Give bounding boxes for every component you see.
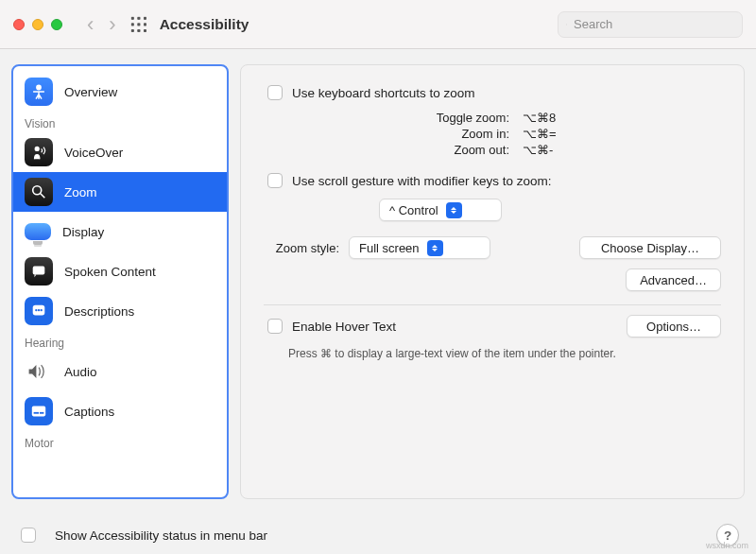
search-input[interactable] — [572, 16, 734, 32]
sidebar-item-label: Spoken Content — [64, 265, 156, 279]
hover-text-row: Enable Hover Text Options… — [264, 315, 721, 338]
sidebar-item-label: Display — [62, 225, 104, 239]
scroll-gesture-label: Use scroll gesture with modifier keys to… — [292, 174, 552, 188]
search-icon — [566, 18, 567, 31]
sidebar-item-spoken-content[interactable]: Spoken Content — [13, 251, 227, 291]
shortcut-keys: ⌥⌘- — [523, 143, 579, 157]
svg-point-0 — [566, 24, 567, 25]
shortcut-keys: ⌥⌘= — [523, 127, 579, 141]
sidebar-item-label: Captions — [64, 405, 114, 419]
sidebar-item-label: VoiceOver — [64, 146, 123, 160]
display-icon — [25, 223, 51, 240]
sidebar-item-descriptions[interactable]: Descriptions — [13, 291, 227, 331]
svg-point-2 — [37, 85, 41, 89]
back-button[interactable]: ‹ — [79, 12, 101, 37]
search-field-container[interactable] — [558, 11, 743, 38]
category-sidebar[interactable]: Overview Vision VoiceOver Zoom Display S… — [11, 64, 229, 499]
audio-icon — [25, 357, 53, 386]
zoom-style-value: Full screen — [359, 241, 420, 255]
descriptions-icon — [25, 297, 53, 325]
modifier-key-select[interactable]: ^ Control — [379, 199, 502, 221]
shortcut-keys: ⌥⌘8 — [523, 111, 579, 125]
settings-pane: Use keyboard shortcuts to zoom Toggle zo… — [240, 64, 745, 499]
chevron-updown-icon — [427, 240, 443, 256]
window-footer: Show Accessibility status in menu bar ? — [17, 524, 739, 546]
maximize-window-button[interactable] — [51, 19, 62, 30]
kb-shortcuts-label: Use keyboard shortcuts to zoom — [292, 86, 475, 100]
sidebar-item-label: Descriptions — [64, 304, 134, 319]
shortcut-name: Toggle zoom: — [405, 111, 509, 125]
svg-point-3 — [35, 147, 39, 150]
shortcut-name: Zoom in: — [405, 127, 509, 141]
sidebar-item-label: Zoom — [64, 185, 97, 199]
voiceover-icon — [25, 138, 53, 166]
sidebar-item-audio[interactable]: Audio — [13, 352, 227, 391]
window-controls — [13, 19, 62, 30]
hover-options-button[interactable]: Options… — [627, 315, 721, 338]
svg-rect-13 — [40, 412, 44, 414]
svg-rect-6 — [33, 267, 45, 275]
choose-display-button[interactable]: Choose Display… — [579, 236, 721, 259]
svg-line-5 — [41, 194, 45, 199]
overview-icon — [25, 78, 53, 106]
menubar-status-checkbox[interactable] — [21, 528, 36, 543]
zoom-style-select[interactable]: Full screen — [349, 236, 490, 259]
shortcut-name: Zoom out: — [405, 143, 509, 157]
kb-shortcuts-row: Use keyboard shortcuts to zoom — [264, 82, 721, 103]
show-all-prefs-button[interactable] — [129, 15, 148, 34]
window-title: Accessibility — [160, 16, 249, 33]
section-label-vision: Vision — [13, 112, 227, 132]
svg-point-9 — [38, 309, 40, 311]
sidebar-item-label: Overview — [64, 85, 117, 99]
chevron-updown-icon — [446, 202, 462, 218]
hover-text-label: Enable Hover Text — [292, 320, 396, 334]
zoom-style-row: Zoom style: Full screen Choose Display… — [264, 236, 721, 259]
spoken-icon — [25, 257, 53, 286]
menubar-status-label: Show Accessibility status in menu bar — [55, 528, 267, 543]
watermark: wsxdn.com — [706, 541, 748, 550]
scroll-gesture-checkbox[interactable] — [267, 173, 283, 188]
forward-button[interactable]: › — [101, 12, 123, 37]
window-toolbar: ‹ › Accessibility — [0, 0, 756, 49]
sidebar-item-captions[interactable]: Captions — [13, 391, 227, 431]
modifier-key-value: ^ Control — [389, 203, 438, 217]
svg-point-10 — [41, 309, 43, 311]
svg-point-4 — [33, 186, 42, 195]
sidebar-item-overview[interactable]: Overview — [13, 72, 227, 112]
section-label-motor: Motor — [13, 431, 227, 452]
section-label-hearing: Hearing — [13, 331, 227, 352]
svg-point-8 — [35, 309, 37, 311]
hover-text-checkbox[interactable] — [267, 319, 283, 334]
advanced-button[interactable]: Advanced… — [626, 268, 721, 291]
sidebar-item-label: Audio — [64, 365, 97, 379]
svg-rect-12 — [34, 412, 39, 414]
zoom-style-label: Zoom style: — [264, 241, 339, 255]
close-window-button[interactable] — [13, 19, 25, 30]
sidebar-item-voiceover[interactable]: VoiceOver — [13, 132, 227, 172]
sidebar-item-zoom[interactable]: Zoom — [13, 172, 227, 212]
separator — [264, 304, 721, 305]
sidebar-item-display[interactable]: Display — [13, 212, 227, 251]
hover-text-hint: Press ⌘ to display a large-text view of … — [288, 347, 721, 360]
minimize-window-button[interactable] — [32, 19, 43, 30]
kb-shortcuts-checkbox[interactable] — [267, 85, 283, 100]
svg-rect-11 — [32, 407, 45, 417]
zoom-icon — [25, 178, 53, 206]
scroll-gesture-row: Use scroll gesture with modifier keys to… — [264, 170, 721, 191]
captions-icon — [25, 397, 53, 425]
